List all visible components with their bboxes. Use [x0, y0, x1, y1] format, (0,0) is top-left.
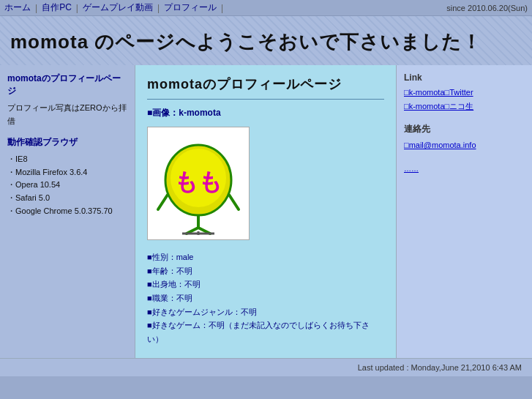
- since-text: since 2010.06.20(Sun): [446, 4, 528, 12]
- link-section: Link □k-momota□Twitter □k-momota□ニコ生: [404, 72, 525, 113]
- browser-chrome: ・Google Chrome 5.0.375.70: [7, 205, 127, 218]
- svg-line-3: [158, 195, 168, 209]
- nav-links: ホーム | 自作PC | ゲームプレイ動画 | プロフィール |: [4, 1, 223, 14]
- profile-origin: ■出身地：不明: [147, 277, 384, 291]
- nav-home[interactable]: ホーム: [4, 1, 31, 14]
- profile-game-genre: ■好きなゲームジャンル：不明: [147, 305, 384, 319]
- misc-link[interactable]: ……: [404, 163, 525, 175]
- main-content: momotaのプロフィールページ ■画像：k-momota もも: [135, 65, 397, 358]
- browser-opera: ・Opera 10.54: [7, 179, 127, 192]
- left-section1-body: プロフィール写真はZEROから拝借: [7, 102, 127, 127]
- left-section2-title: 動作確認ブラウザ: [7, 136, 127, 149]
- left-section2-body: ・IE8 ・Mozilla Firefox 3.6.4 ・Opera 10.54…: [7, 153, 127, 217]
- page-title: momota のページへようこそおいで下さいました！: [10, 29, 522, 55]
- left-sidebar: momotaのプロフィールページ プロフィール写真はZEROから拝借 動作確認ブ…: [0, 65, 135, 358]
- nav-gameplay[interactable]: ゲームプレイ動画: [83, 1, 153, 14]
- email-link[interactable]: □mail@momota.info: [404, 138, 525, 152]
- avatar-container: もも: [147, 127, 250, 240]
- contact-section: 連絡先 □mail@momota.info: [404, 123, 525, 152]
- nav-sep-1: |: [35, 3, 37, 13]
- link-title: Link: [404, 72, 525, 83]
- svg-text:もも: もも: [174, 168, 222, 195]
- nav-sep-4: |: [221, 3, 223, 13]
- misc-section: ……: [404, 163, 525, 175]
- avatar-label: ■画像：k-momota: [147, 107, 384, 119]
- profile-list: ■性別：male ■年齢：不明 ■出身地：不明 ■職業：不明 ■好きなゲームジャ…: [147, 250, 384, 346]
- page-header: momota のページへようこそおいで下さいました！: [0, 16, 532, 65]
- avatar-image: もも: [154, 133, 242, 235]
- main-title: momotaのプロフィールページ: [147, 75, 384, 93]
- nav-sep-2: |: [76, 3, 78, 13]
- nav-sep-3: |: [157, 3, 160, 13]
- footer: Last updated : Monday,June 21,2010 6:43 …: [0, 358, 532, 376]
- last-updated: Last updated : Monday,June 21,2010 6:43 …: [358, 363, 522, 372]
- contact-title: 連絡先: [404, 123, 525, 135]
- nicovideo-link[interactable]: □k-momota□ニコ生: [404, 100, 525, 113]
- profile-game: ■好きなゲーム：不明（まだ未記入なのでしばらくお待ち下さい）: [147, 318, 384, 346]
- browser-safari: ・Safari 5.0: [7, 192, 127, 205]
- nav-pc[interactable]: 自作PC: [42, 1, 72, 14]
- browser-firefox: ・Mozilla Firefox 3.6.4: [7, 166, 127, 179]
- twitter-link[interactable]: □k-momota□Twitter: [404, 86, 525, 100]
- right-sidebar: Link □k-momota□Twitter □k-momota□ニコ生 連絡先…: [397, 65, 532, 358]
- profile-job: ■職業：不明: [147, 291, 384, 305]
- nav-profile[interactable]: プロフィール: [164, 1, 217, 14]
- main-layout: momotaのプロフィールページ プロフィール写真はZEROから拝借 動作確認ブ…: [0, 65, 532, 358]
- svg-line-4: [229, 195, 239, 209]
- browser-ie: ・IE8: [7, 153, 127, 166]
- top-navigation: ホーム | 自作PC | ゲームプレイ動画 | プロフィール | since 2…: [0, 0, 532, 16]
- profile-age: ■年齢：不明: [147, 264, 384, 278]
- profile-gender: ■性別：male: [147, 250, 384, 264]
- main-divider: [147, 99, 384, 100]
- left-section1-title: momotaのプロフィールページ: [7, 72, 127, 97]
